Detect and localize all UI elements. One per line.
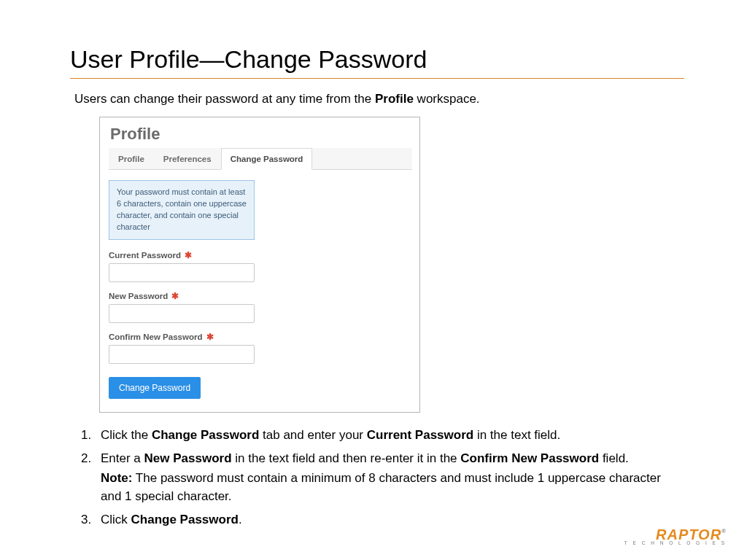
new-password-label: New Password ✱ — [109, 291, 412, 301]
logo-brand: RAPTOR® — [624, 529, 727, 540]
s2-p: field. — [599, 451, 629, 465]
required-marker: ✱ — [185, 251, 192, 260]
tab-preferences[interactable]: Preferences — [154, 148, 221, 169]
instruction-list: Click the Change Password tab and enter … — [79, 426, 684, 529]
intro-text: Users can change their password at any t… — [74, 92, 684, 106]
tab-change-password[interactable]: Change Password — [221, 148, 313, 170]
intro-bold: Profile — [375, 92, 414, 106]
profile-panel: Profile Profile Preferences Change Passw… — [99, 117, 420, 413]
s2-t: Enter a — [101, 451, 144, 465]
s1-m: tab and enter your — [259, 428, 366, 442]
title-divider — [70, 78, 684, 79]
intro-pre: Users can change their password at any t… — [74, 92, 375, 106]
page-title: User Profile—Change Password — [70, 45, 684, 74]
confirm-password-input[interactable] — [109, 345, 255, 364]
note-text: The password must contain a minimum of 8… — [101, 471, 661, 503]
confirm-password-field: Confirm New Password ✱ — [109, 332, 412, 364]
required-marker: ✱ — [206, 332, 214, 341]
current-password-label-text: Current Password — [109, 251, 181, 260]
new-password-label-text: New Password — [109, 292, 168, 300]
logo-subtext: T E C H N O L O G I E S — [624, 540, 727, 545]
new-password-input[interactable] — [109, 304, 255, 323]
required-marker: ✱ — [171, 292, 179, 300]
s1-b1: Change Password — [152, 428, 259, 442]
logo-reg: ® — [721, 528, 727, 534]
s2-m: in the text field and then re-enter it i… — [232, 451, 461, 465]
change-password-button[interactable]: Change Password — [109, 377, 201, 399]
tab-bar: Profile Preferences Change Password — [109, 148, 412, 170]
step-1: Click the Change Password tab and enter … — [95, 426, 684, 445]
new-password-field: New Password ✱ — [109, 291, 412, 323]
step-2: Enter a New Password in the text field a… — [95, 449, 684, 506]
s1-b2: Current Password — [367, 428, 473, 442]
footer-logo: RAPTOR® T E C H N O L O G I E S — [624, 529, 727, 545]
current-password-input[interactable] — [109, 263, 255, 282]
s3-p: . — [239, 513, 242, 526]
confirm-password-label: Confirm New Password ✱ — [109, 332, 412, 342]
password-hint-box: Your password must contain at least 6 ch… — [109, 180, 255, 240]
s2-b1: New Password — [144, 451, 232, 465]
s2-b2: Confirm New Password — [460, 451, 599, 465]
s1-p: in the text field. — [473, 428, 560, 442]
tab-profile[interactable]: Profile — [109, 148, 154, 169]
intro-post: workspace. — [414, 92, 480, 106]
s3-b: Change Password — [131, 513, 239, 526]
s3-t: Click — [101, 513, 131, 526]
s1-t: Click the — [101, 428, 152, 442]
step-2-note: Note: The password must contain a minimu… — [101, 470, 684, 505]
step-3: Click Change Password. — [95, 510, 684, 529]
confirm-password-label-text: Confirm New Password — [109, 332, 202, 341]
panel-heading: Profile — [110, 125, 412, 144]
current-password-field: Current Password ✱ — [109, 250, 412, 282]
note-label: Note: — [101, 471, 132, 485]
current-password-label: Current Password ✱ — [109, 250, 412, 260]
